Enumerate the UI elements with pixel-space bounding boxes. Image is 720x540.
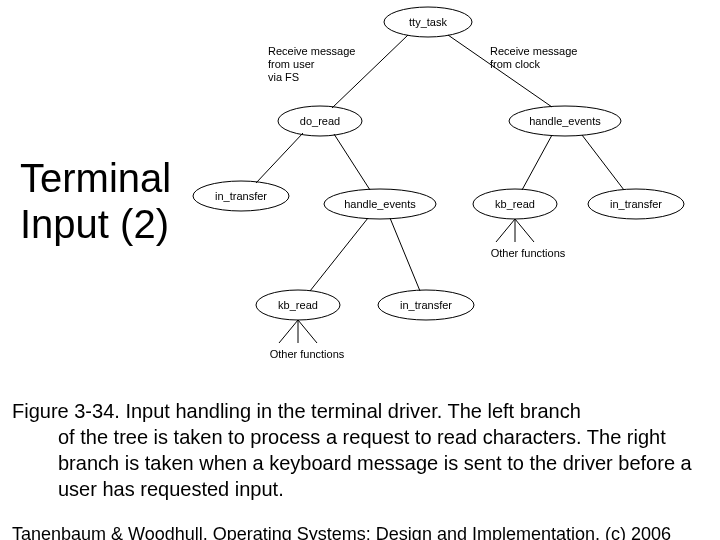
node-handle-events-mid: handle_events — [324, 189, 436, 219]
edge-handlemid-kbreadB — [310, 218, 368, 291]
label-in-transfer-B: in_transfer — [400, 299, 452, 311]
node-in-transfer-R: in_transfer — [588, 189, 684, 219]
node-kb-read-B: kb_read — [256, 290, 340, 320]
label-in-transfer-L: in_transfer — [215, 190, 267, 202]
node-in-transfer-L: in_transfer — [193, 181, 289, 211]
credit-line: Tanenbaum & Woodhull, Operating Systems:… — [12, 524, 671, 540]
svg-line-11 — [515, 219, 534, 242]
svg-line-12 — [279, 320, 298, 343]
label-kb-read-R: kb_read — [495, 198, 535, 210]
other-functions-left: Other functions — [270, 348, 345, 360]
node-in-transfer-B: in_transfer — [378, 290, 474, 320]
node-do-read: do_read — [278, 106, 362, 136]
label-do-read: do_read — [300, 115, 340, 127]
fanout-kbread-B — [279, 320, 317, 343]
other-functions-right: Other functions — [491, 247, 566, 259]
node-handle-events-top: handle_events — [509, 106, 621, 136]
edge-label-right: Receive messagefrom clock — [490, 45, 577, 70]
fanout-kbread-R — [496, 219, 534, 242]
label-tty-task: tty_task — [409, 16, 447, 28]
edge-handle-kbreadR — [522, 135, 552, 190]
figure-caption: Figure 3-34. Input handling in the termi… — [12, 398, 708, 502]
node-kb-read-R: kb_read — [473, 189, 557, 219]
edge-doread-handlemid — [334, 134, 370, 190]
edge-handlemid-intransferB — [390, 218, 420, 291]
label-kb-read-B: kb_read — [278, 299, 318, 311]
label-handle-events-top: handle_events — [529, 115, 601, 127]
label-in-transfer-R: in_transfer — [610, 198, 662, 210]
caption-line1: Figure 3-34. Input handling in the termi… — [12, 400, 581, 422]
edge-doread-intransferL — [256, 133, 303, 183]
svg-line-9 — [496, 219, 515, 242]
svg-line-14 — [298, 320, 317, 343]
node-tty-task: tty_task — [384, 7, 472, 37]
label-handle-events-mid: handle_events — [344, 198, 416, 210]
edge-label-left: Receive messagefrom uservia FS — [268, 45, 355, 83]
edge-handle-intransferR — [582, 135, 624, 190]
diagram: tty_task do_read handle_events in_transf… — [0, 0, 720, 395]
caption-rest: of the tree is taken to process a reques… — [12, 424, 708, 502]
